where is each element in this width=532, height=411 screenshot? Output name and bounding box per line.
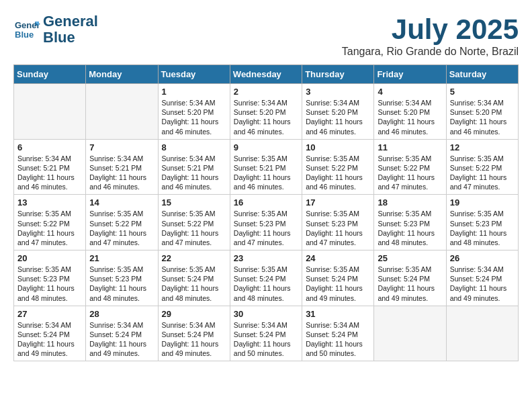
calendar-cell (374, 306, 446, 361)
calendar-cell: 12Sunrise: 5:35 AM Sunset: 5:22 PM Dayli… (446, 139, 518, 195)
day-info: Sunrise: 5:35 AM Sunset: 5:21 PM Dayligh… (234, 154, 298, 192)
calendar-cell: 23Sunrise: 5:35 AM Sunset: 5:24 PM Dayli… (230, 250, 302, 306)
day-number: 24 (306, 253, 370, 263)
calendar-cell: 7Sunrise: 5:34 AM Sunset: 5:21 PM Daylig… (86, 139, 158, 195)
day-info: Sunrise: 5:35 AM Sunset: 5:24 PM Dayligh… (378, 265, 442, 303)
day-number: 3 (306, 87, 370, 97)
day-number: 18 (378, 197, 442, 208)
day-info: Sunrise: 5:35 AM Sunset: 5:23 PM Dayligh… (17, 265, 82, 303)
day-number: 6 (17, 142, 82, 152)
day-number: 20 (17, 253, 82, 263)
calendar-cell: 9Sunrise: 5:35 AM Sunset: 5:21 PM Daylig… (230, 139, 302, 195)
day-number: 5 (450, 87, 515, 97)
calendar-cell: 11Sunrise: 5:35 AM Sunset: 5:22 PM Dayli… (374, 139, 446, 195)
day-info: Sunrise: 5:35 AM Sunset: 5:24 PM Dayligh… (306, 265, 370, 303)
calendar-cell: 25Sunrise: 5:35 AM Sunset: 5:24 PM Dayli… (374, 250, 446, 306)
logo-line2: Blue (43, 30, 98, 46)
day-info: Sunrise: 5:34 AM Sunset: 5:21 PM Dayligh… (89, 154, 154, 192)
day-number: 29 (162, 309, 226, 319)
day-number: 8 (162, 142, 226, 152)
calendar-cell (86, 84, 158, 140)
day-number: 11 (378, 142, 442, 152)
calendar-week-row: 20Sunrise: 5:35 AM Sunset: 5:23 PM Dayli… (14, 250, 519, 306)
day-info: Sunrise: 5:34 AM Sunset: 5:24 PM Dayligh… (17, 320, 82, 359)
calendar-cell: 8Sunrise: 5:34 AM Sunset: 5:21 PM Daylig… (158, 139, 230, 195)
calendar-cell (446, 306, 518, 361)
day-number: 25 (378, 253, 442, 263)
calendar-cell: 27Sunrise: 5:34 AM Sunset: 5:24 PM Dayli… (14, 306, 86, 361)
calendar-day-header: Friday (374, 65, 446, 84)
calendar-day-header: Saturday (446, 65, 518, 84)
day-info: Sunrise: 5:34 AM Sunset: 5:20 PM Dayligh… (450, 98, 515, 136)
calendar-cell: 31Sunrise: 5:34 AM Sunset: 5:24 PM Dayli… (302, 306, 374, 361)
day-info: Sunrise: 5:34 AM Sunset: 5:20 PM Dayligh… (162, 98, 226, 136)
day-number: 21 (89, 253, 154, 263)
day-number: 9 (234, 142, 298, 152)
day-number: 22 (162, 253, 226, 263)
day-info: Sunrise: 5:35 AM Sunset: 5:24 PM Dayligh… (162, 265, 226, 303)
day-number: 16 (234, 197, 298, 208)
day-number: 19 (450, 197, 515, 208)
day-number: 26 (450, 253, 515, 263)
calendar-cell: 2Sunrise: 5:34 AM Sunset: 5:20 PM Daylig… (230, 84, 302, 140)
calendar-day-header: Wednesday (230, 65, 302, 84)
calendar-week-row: 13Sunrise: 5:35 AM Sunset: 5:22 PM Dayli… (14, 195, 519, 250)
logo-icon: General Blue (13, 16, 40, 43)
calendar-table: SundayMondayTuesdayWednesdayThursdayFrid… (13, 64, 519, 361)
calendar-cell: 26Sunrise: 5:34 AM Sunset: 5:24 PM Dayli… (446, 250, 518, 306)
calendar-cell: 22Sunrise: 5:35 AM Sunset: 5:24 PM Dayli… (158, 250, 230, 306)
day-number: 7 (89, 142, 154, 152)
calendar-cell: 18Sunrise: 5:35 AM Sunset: 5:23 PM Dayli… (374, 195, 446, 250)
day-info: Sunrise: 5:34 AM Sunset: 5:24 PM Dayligh… (162, 320, 226, 359)
calendar-header-row: SundayMondayTuesdayWednesdayThursdayFrid… (14, 65, 519, 84)
day-number: 31 (306, 309, 370, 319)
day-number: 15 (162, 197, 226, 208)
day-info: Sunrise: 5:35 AM Sunset: 5:22 PM Dayligh… (89, 209, 154, 247)
calendar-week-row: 1Sunrise: 5:34 AM Sunset: 5:20 PM Daylig… (14, 84, 519, 140)
day-number: 1 (162, 87, 226, 97)
calendar-cell: 6Sunrise: 5:34 AM Sunset: 5:21 PM Daylig… (14, 139, 86, 195)
day-number: 10 (306, 142, 370, 152)
day-info: Sunrise: 5:35 AM Sunset: 5:22 PM Dayligh… (17, 209, 82, 247)
day-number: 2 (234, 87, 298, 97)
day-number: 30 (234, 309, 298, 319)
day-info: Sunrise: 5:35 AM Sunset: 5:22 PM Dayligh… (378, 154, 442, 192)
calendar-cell: 10Sunrise: 5:35 AM Sunset: 5:22 PM Dayli… (302, 139, 374, 195)
calendar-cell: 14Sunrise: 5:35 AM Sunset: 5:22 PM Dayli… (86, 195, 158, 250)
svg-text:Blue: Blue (15, 30, 34, 40)
day-info: Sunrise: 5:35 AM Sunset: 5:22 PM Dayligh… (450, 154, 515, 192)
page-header: General Blue General Blue July 2025 Tang… (13, 13, 519, 58)
day-info: Sunrise: 5:34 AM Sunset: 5:24 PM Dayligh… (89, 320, 154, 359)
calendar-cell: 30Sunrise: 5:34 AM Sunset: 5:24 PM Dayli… (230, 306, 302, 361)
calendar-cell: 19Sunrise: 5:35 AM Sunset: 5:23 PM Dayli… (446, 195, 518, 250)
calendar-day-header: Monday (86, 65, 158, 84)
calendar-cell: 20Sunrise: 5:35 AM Sunset: 5:23 PM Dayli… (14, 250, 86, 306)
day-info: Sunrise: 5:34 AM Sunset: 5:21 PM Dayligh… (162, 154, 226, 192)
calendar-cell: 5Sunrise: 5:34 AM Sunset: 5:20 PM Daylig… (446, 84, 518, 140)
day-info: Sunrise: 5:35 AM Sunset: 5:23 PM Dayligh… (378, 209, 442, 247)
title-block: July 2025 Tangara, Rio Grande do Norte, … (342, 13, 519, 58)
calendar-cell: 13Sunrise: 5:35 AM Sunset: 5:22 PM Dayli… (14, 195, 86, 250)
calendar-cell: 29Sunrise: 5:34 AM Sunset: 5:24 PM Dayli… (158, 306, 230, 361)
day-number: 12 (450, 142, 515, 152)
day-info: Sunrise: 5:35 AM Sunset: 5:23 PM Dayligh… (89, 265, 154, 303)
day-info: Sunrise: 5:35 AM Sunset: 5:23 PM Dayligh… (234, 209, 298, 247)
calendar-week-row: 27Sunrise: 5:34 AM Sunset: 5:24 PM Dayli… (14, 306, 519, 361)
day-info: Sunrise: 5:35 AM Sunset: 5:24 PM Dayligh… (234, 265, 298, 303)
calendar-cell: 4Sunrise: 5:34 AM Sunset: 5:20 PM Daylig… (374, 84, 446, 140)
calendar-cell: 16Sunrise: 5:35 AM Sunset: 5:23 PM Dayli… (230, 195, 302, 250)
day-info: Sunrise: 5:34 AM Sunset: 5:20 PM Dayligh… (306, 98, 370, 136)
day-info: Sunrise: 5:35 AM Sunset: 5:22 PM Dayligh… (306, 154, 370, 192)
calendar-body: 1Sunrise: 5:34 AM Sunset: 5:20 PM Daylig… (14, 84, 519, 361)
day-number: 28 (89, 309, 154, 319)
day-info: Sunrise: 5:34 AM Sunset: 5:24 PM Dayligh… (234, 320, 298, 359)
calendar-cell: 1Sunrise: 5:34 AM Sunset: 5:20 PM Daylig… (158, 84, 230, 140)
day-info: Sunrise: 5:34 AM Sunset: 5:24 PM Dayligh… (306, 320, 370, 359)
day-info: Sunrise: 5:34 AM Sunset: 5:20 PM Dayligh… (378, 98, 442, 136)
day-info: Sunrise: 5:35 AM Sunset: 5:23 PM Dayligh… (306, 209, 370, 247)
day-number: 13 (17, 197, 82, 208)
calendar-day-header: Tuesday (158, 65, 230, 84)
logo: General Blue General Blue (13, 13, 98, 46)
day-info: Sunrise: 5:34 AM Sunset: 5:20 PM Dayligh… (234, 98, 298, 136)
day-info: Sunrise: 5:34 AM Sunset: 5:24 PM Dayligh… (450, 265, 515, 303)
